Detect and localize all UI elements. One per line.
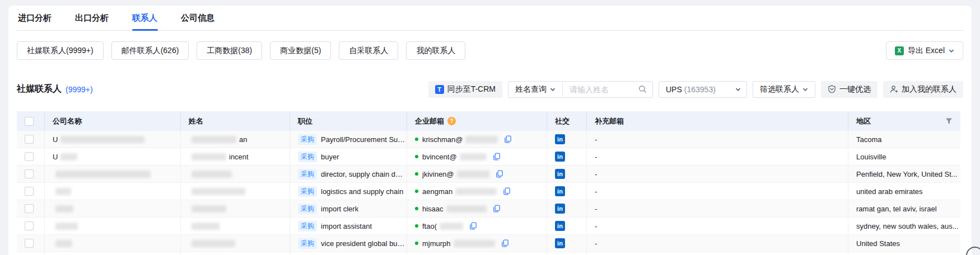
copy-icon[interactable] xyxy=(496,170,503,178)
tab[interactable]: 联系人 xyxy=(132,6,157,31)
email-visible-text: mjmurph xyxy=(422,239,451,248)
name-redacted xyxy=(192,240,235,247)
position-text: logistics and supply chain xyxy=(321,187,403,196)
social-cell: in xyxy=(547,218,587,234)
filter-contacts-button[interactable]: 筛选联系人 xyxy=(753,81,815,98)
region-cell: united arab emirates xyxy=(848,183,960,200)
table-row[interactable]: U incent 采购 buyer bvincent@ xyxy=(17,148,960,166)
linkedin-icon[interactable]: in xyxy=(555,204,565,214)
filter-pills-row: 社媒联系人(9999+) 邮件联系人(626) 工商数据(38) 商业数据(5)… xyxy=(17,41,963,60)
linkedin-icon[interactable]: in xyxy=(555,152,565,162)
row-checkbox[interactable] xyxy=(25,152,34,161)
export-excel-button[interactable]: X 导出 Excel xyxy=(886,41,963,60)
search-type-dropdown[interactable]: 姓名查询 xyxy=(508,82,563,97)
email-visible-text: hisaac xyxy=(422,205,444,213)
table-row[interactable]: U an 采购 Payroll/Procurement Supe... kris… xyxy=(17,131,960,148)
linkedin-icon[interactable]: in xyxy=(555,169,565,179)
company-redacted xyxy=(55,223,78,230)
filter-funnel-icon[interactable] xyxy=(945,117,953,125)
copy-icon[interactable] xyxy=(501,239,509,247)
email-cell: hisaac xyxy=(407,200,547,217)
filter-pill[interactable]: 我的联系人 xyxy=(406,41,465,60)
name-cell xyxy=(181,166,290,182)
tab-label: 进口分析 xyxy=(18,13,52,23)
linkedin-icon[interactable]: in xyxy=(555,238,565,248)
toolbar-actions: T 同步至T-CRM 姓名查询 UPS (163953) 筛选联系人 xyxy=(428,81,963,98)
email-redacted xyxy=(454,240,495,247)
company-select[interactable]: UPS (163953) xyxy=(659,81,747,98)
table-row[interactable]: in xyxy=(17,252,960,255)
table-row[interactable]: 采购 director, supply chain desi... jkivin… xyxy=(17,166,960,183)
name-visible-text: an xyxy=(239,135,247,144)
position-text: Payroll/Procurement Supe... xyxy=(321,135,407,144)
name-cell xyxy=(181,218,290,234)
region-cell xyxy=(848,252,960,255)
extra-email-cell: - xyxy=(587,200,848,217)
table-row[interactable]: 采购 import clerk hisaac in - ramat gan, t… xyxy=(17,200,960,218)
question-icon[interactable]: ? xyxy=(447,117,456,125)
procurement-tag: 采购 xyxy=(298,152,317,162)
extra-email-cell: - xyxy=(587,218,848,234)
row-checkbox[interactable] xyxy=(25,169,34,178)
name-search-input[interactable] xyxy=(563,82,638,97)
col-header-position: 职位 xyxy=(290,111,407,131)
section-count: (9999+) xyxy=(66,85,93,94)
row-checkbox[interactable] xyxy=(25,187,34,196)
tab[interactable]: 公司信息 xyxy=(181,6,214,31)
name-redacted xyxy=(192,205,226,212)
linkedin-icon[interactable]: in xyxy=(555,134,565,144)
procurement-tag: 采购 xyxy=(298,134,317,145)
copy-icon[interactable] xyxy=(493,153,501,160)
sync-tcrm-button[interactable]: T 同步至T-CRM xyxy=(428,81,502,98)
tab[interactable]: 出口分析 xyxy=(75,6,109,31)
row-checkbox[interactable] xyxy=(25,221,34,230)
filter-pill-label: 社媒联系人(9999+) xyxy=(27,46,94,56)
row-checkbox-cell xyxy=(17,131,45,148)
procurement-tag: 采购 xyxy=(298,221,317,232)
filter-pills: 社媒联系人(9999+) 邮件联系人(626) 工商数据(38) 商业数据(5)… xyxy=(17,41,465,60)
company-cell xyxy=(45,200,181,217)
col-header-region-label: 地区 xyxy=(856,116,871,126)
filter-pill[interactable]: 商业数据(5) xyxy=(270,41,331,60)
region-cell: Louisville xyxy=(848,148,960,165)
filter-pill[interactable]: 邮件联系人(626) xyxy=(111,41,189,60)
customer-service-widget[interactable] xyxy=(962,244,980,255)
position-text: director, supply chain desi... xyxy=(321,170,407,178)
chevron-down-icon xyxy=(802,87,808,92)
copy-icon[interactable] xyxy=(503,187,511,195)
table-row[interactable]: 采购 vice president global busi... mjmurph… xyxy=(17,235,960,252)
chevron-down-icon xyxy=(735,87,741,92)
select-all-checkbox[interactable] xyxy=(25,117,34,126)
name-cell xyxy=(181,200,290,217)
col-header-email: 企业邮箱 ? xyxy=(407,111,547,131)
table-row[interactable]: 采购 import assistant ftao( in - sydney, n… xyxy=(17,218,960,235)
badge-select-icon xyxy=(828,85,836,93)
verified-dot-icon xyxy=(415,138,418,141)
filter-pill[interactable]: 自采联系人 xyxy=(339,41,398,60)
linkedin-icon[interactable]: in xyxy=(555,221,565,231)
copy-icon[interactable] xyxy=(493,205,501,212)
copy-icon[interactable] xyxy=(504,135,512,143)
copy-icon[interactable] xyxy=(469,222,477,230)
position-cell: 采购 import assistant xyxy=(290,218,407,234)
filter-pill[interactable]: 工商数据(38) xyxy=(197,41,262,60)
name-cell: an xyxy=(181,131,290,148)
one-click-select-button[interactable]: 一键优选 xyxy=(821,81,878,98)
row-checkbox[interactable] xyxy=(25,239,34,248)
position-text: import assistant xyxy=(321,222,372,230)
email-cell: jkivinen@ xyxy=(407,166,547,182)
position-cell: 采购 buyer xyxy=(290,148,407,165)
main-card: 进口分析 出口分析 联系人 公司信息 社媒联系人(9999+) xyxy=(8,6,972,255)
table-body: U an 采购 Payroll/Procurement Supe... kris… xyxy=(17,131,960,255)
tab[interactable]: 进口分析 xyxy=(18,6,52,31)
search-icon[interactable] xyxy=(638,85,647,93)
chevron-down-icon xyxy=(550,87,556,92)
linkedin-icon[interactable]: in xyxy=(555,186,565,196)
email-cell: krischman@ xyxy=(407,131,547,148)
row-checkbox[interactable] xyxy=(25,204,34,213)
add-to-my-contacts-button[interactable]: 加入我的联系人 xyxy=(883,81,963,98)
filter-pill[interactable]: 社媒联系人(9999+) xyxy=(17,41,104,60)
company-redacted xyxy=(55,240,72,247)
row-checkbox[interactable] xyxy=(25,135,34,144)
table-row[interactable]: 采购 logistics and supply chain aengman in… xyxy=(17,183,960,200)
